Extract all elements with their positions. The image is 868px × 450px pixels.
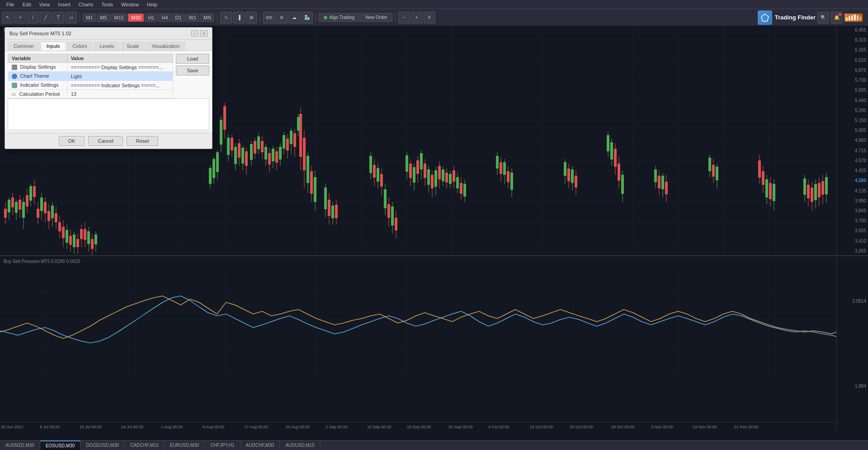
- svg-rect-124: [328, 200, 330, 216]
- price-3845: 3.845: [839, 208, 866, 213]
- trendline-tool[interactable]: ╱: [40, 12, 52, 23]
- svg-rect-232: [261, 141, 264, 152]
- tab-audusd[interactable]: AUDUSD,M15: [280, 441, 320, 450]
- tab-dogeusd[interactable]: DOGEUSD,M30: [80, 441, 125, 450]
- var-indicator-settings: Indicator Settings: [8, 81, 67, 90]
- tf-m15[interactable]: M15: [111, 14, 127, 22]
- menu-tools[interactable]: Tools: [98, 1, 117, 8]
- svg-rect-92: [212, 159, 215, 178]
- sub-price-bottom: 1.884: [839, 384, 866, 389]
- tf-d1[interactable]: D1: [172, 14, 185, 22]
- row-chart-theme[interactable]: Chart Theme Light: [8, 72, 173, 81]
- chart-type-candle[interactable]: ▐: [233, 12, 245, 23]
- row-display-settings[interactable]: Display Settings ========== Display Sett…: [8, 63, 173, 72]
- tab-scale[interactable]: Scale: [121, 42, 145, 51]
- var-display-settings: Display Settings: [8, 63, 67, 72]
- notification-btn[interactable]: 🔔: [831, 12, 843, 23]
- tf-h1[interactable]: H1: [145, 14, 157, 22]
- price-6455: 6.455: [839, 28, 866, 33]
- svg-rect-206: [765, 179, 768, 197]
- menu-file[interactable]: File: [3, 1, 18, 8]
- tab-eosusd[interactable]: EOSUSD,M30: [40, 441, 80, 450]
- crosshair-tool[interactable]: +: [14, 12, 26, 23]
- svg-rect-5: [854, 14, 856, 20]
- grid-btn[interactable]: #: [424, 12, 435, 23]
- svg-rect-186: [621, 175, 624, 194]
- tf-m5[interactable]: M5: [97, 14, 110, 22]
- svg-rect-38: [4, 209, 7, 218]
- menu-charts[interactable]: Charts: [75, 1, 97, 8]
- chart-type-line[interactable]: ∿: [220, 12, 232, 23]
- new-order-btn[interactable]: New Order: [360, 13, 392, 22]
- tab-audchf[interactable]: AUDCHF,M30: [241, 441, 280, 450]
- svg-rect-158: [463, 184, 466, 197]
- svg-rect-238: [272, 149, 274, 161]
- ide-btn[interactable]: IDE: [263, 12, 275, 23]
- tab-cadchf[interactable]: CADCHF,M15: [125, 441, 165, 450]
- svg-rect-120: [314, 177, 316, 202]
- oscillator-svg: [0, 265, 836, 378]
- svg-rect-130: [369, 156, 372, 173]
- menu-window[interactable]: Window: [118, 1, 142, 8]
- market-btn[interactable]: 🏪: [301, 12, 313, 23]
- row-calc-period[interactable]: 01 Calculation Period 13: [8, 90, 173, 98]
- sub-chart[interactable]: Buy Sell Pressure MT5 0.0290 0.0020 2.05…: [0, 257, 868, 430]
- dialog-close-btn[interactable]: ×: [200, 30, 208, 37]
- svg-rect-122: [324, 188, 327, 209]
- svg-text:24 Jul 00:00: 24 Jul 00:00: [121, 425, 143, 429]
- load-btn[interactable]: Load: [176, 54, 209, 64]
- tf-m1[interactable]: M1: [83, 14, 96, 22]
- line-tool[interactable]: /: [27, 12, 39, 23]
- svg-rect-88: [94, 234, 97, 244]
- svg-rect-146: [442, 169, 444, 181]
- price-6020: 6.020: [839, 58, 866, 63]
- sub-chart-label: Buy Sell Pressure MT5 0.0290 0.0020: [4, 259, 80, 264]
- menu-edit[interactable]: Edit: [19, 1, 35, 8]
- zoom-in-btn[interactable]: +: [411, 12, 423, 23]
- menu-view[interactable]: View: [36, 1, 54, 8]
- tf-h4[interactable]: H4: [158, 14, 171, 22]
- menu-insert[interactable]: Insert: [54, 1, 74, 8]
- price-4280: 4.280: [839, 178, 866, 183]
- price-4860: 4.860: [839, 138, 866, 143]
- svg-rect-148: [445, 173, 448, 183]
- tab-chfjpy[interactable]: CHFJPY,H1: [205, 441, 240, 450]
- tf-mn[interactable]: MN: [200, 14, 214, 22]
- cancel-btn[interactable]: Cancel: [88, 136, 123, 146]
- dialog-minimize-btn[interactable]: –: [191, 30, 198, 37]
- svg-text:8 Jul 00:00: 8 Jul 00:00: [40, 425, 60, 429]
- val-calc-period: 13: [67, 90, 173, 98]
- reset-btn[interactable]: Reset: [127, 136, 159, 146]
- svg-rect-242: [279, 147, 282, 159]
- tab-levels[interactable]: Levels: [94, 42, 120, 51]
- save-btn[interactable]: Save: [176, 66, 209, 75]
- menu-help[interactable]: Help: [143, 1, 161, 8]
- tab-inputs[interactable]: Inputs: [41, 42, 66, 51]
- tab-colors[interactable]: Colors: [67, 42, 93, 51]
- svg-rect-236: [268, 153, 271, 164]
- svg-marker-1: [763, 15, 767, 20]
- script-btn[interactable]: ⚙: [276, 12, 288, 23]
- svg-rect-114: [303, 138, 306, 170]
- text-tool[interactable]: T: [52, 12, 64, 23]
- tf-m30[interactable]: M30: [128, 14, 144, 22]
- tab-audnzd[interactable]: AUDNZD,M30: [0, 441, 40, 450]
- svg-rect-180: [610, 142, 613, 159]
- chart-type-bar[interactable]: ⊞: [245, 12, 257, 23]
- zoom-out-btn[interactable]: −: [398, 12, 410, 23]
- cursor-tool[interactable]: ↖: [2, 12, 14, 23]
- svg-rect-46: [19, 200, 21, 210]
- tf-w1[interactable]: W1: [186, 14, 200, 22]
- search-btn[interactable]: 🔍: [817, 12, 829, 23]
- settings-icon: [12, 65, 17, 70]
- tab-visualization[interactable]: Visualization: [146, 42, 186, 51]
- algo-trading-btn[interactable]: Algo Trading: [319, 13, 359, 22]
- tab-eurusd[interactable]: EURUSD,M30: [165, 441, 205, 450]
- shapes-tool[interactable]: ▭: [65, 12, 77, 23]
- svg-rect-86: [91, 239, 94, 249]
- row-indicator-settings[interactable]: Indicator Settings ========== Indicator …: [8, 81, 173, 90]
- tab-common[interactable]: Common: [8, 42, 40, 51]
- svg-text:28 Oct 00:00: 28 Oct 00:00: [611, 425, 635, 429]
- ok-btn[interactable]: OK: [59, 136, 85, 146]
- cloud-btn[interactable]: ☁: [288, 12, 300, 23]
